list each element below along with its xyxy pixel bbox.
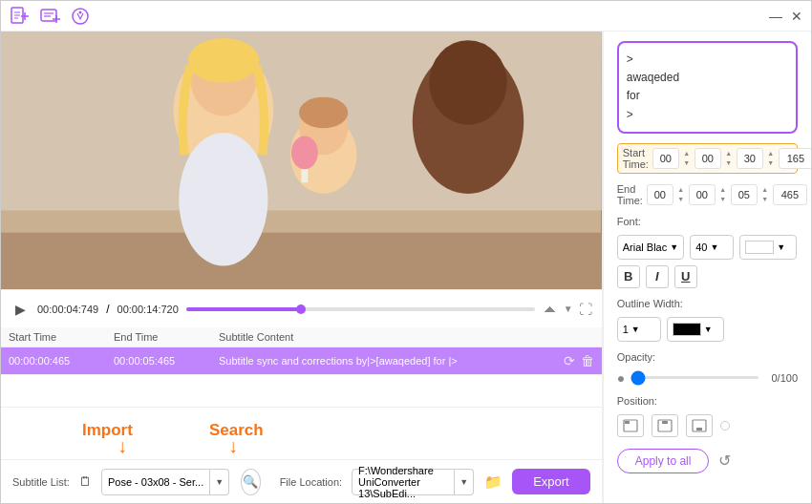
magic-icon[interactable]: [70, 6, 91, 27]
sync-icon[interactable]: ⟳: [564, 353, 575, 368]
font-color-select[interactable]: ▼: [739, 235, 797, 260]
start-time-m-spinner[interactable]: ▲▼: [723, 149, 735, 167]
pos-top-center-button[interactable]: [652, 414, 678, 437]
title-bar: — ✕: [1, 1, 811, 32]
spin-down[interactable]: ▼: [681, 158, 693, 167]
search-button[interactable]: 🔍: [241, 469, 261, 495]
pos-bottom-center-button[interactable]: [686, 414, 713, 437]
spin-up[interactable]: ▲: [765, 149, 777, 158]
subtitle-list-label: Subtitle List:: [12, 476, 70, 488]
spin-up[interactable]: ▲: [809, 185, 811, 194]
outline-value: 1: [623, 324, 629, 335]
export-button[interactable]: Export: [512, 469, 590, 494]
end-time-s[interactable]: [731, 184, 758, 205]
title-bar-left: [9, 6, 91, 27]
font-size-select[interactable]: 40 ▼: [690, 235, 734, 260]
outline-color-chevron-icon: ▼: [704, 325, 713, 334]
spin-up[interactable]: ▲: [723, 149, 735, 158]
end-time-label: End Time:: [617, 183, 643, 206]
refresh-button[interactable]: ↺: [718, 452, 731, 470]
end-time-h[interactable]: [647, 184, 673, 205]
waveform-arrow[interactable]: ▼: [564, 304, 573, 314]
subtitle-select[interactable]: Pose - 03x08 - Ser...: [101, 469, 210, 495]
bold-button[interactable]: B: [617, 265, 640, 288]
file-path-select[interactable]: F:\Wondershare UniConverter 13\SubEdi...: [352, 469, 455, 495]
start-time-m[interactable]: [694, 148, 721, 169]
subtitle-table-header: Start Time End Time Subtitle Content: [1, 327, 602, 347]
time-display: 00:00:04:749: [37, 304, 98, 315]
end-time-ms-spinner[interactable]: ▲▼: [809, 185, 811, 203]
play-button[interactable]: ▶: [11, 300, 30, 319]
spin-up[interactable]: ▲: [681, 149, 693, 158]
title-bar-controls: — ✕: [769, 10, 803, 23]
waveform-icon[interactable]: ⏶: [543, 301, 558, 318]
end-time-s-spinner[interactable]: ▲▼: [759, 185, 771, 203]
opacity-value-display: 0/100: [764, 372, 798, 384]
add-subtitle-icon[interactable]: [39, 6, 60, 27]
progress-thumb[interactable]: [296, 304, 306, 314]
position-row: [617, 414, 798, 437]
opacity-row: ● 0/100: [617, 370, 798, 386]
outline-color-select[interactable]: ▼: [667, 317, 724, 342]
add-file-icon[interactable]: [9, 6, 30, 27]
time-separator: /: [106, 303, 109, 316]
file-path-arrow[interactable]: ▼: [455, 469, 474, 495]
row-actions: ⟳ 🗑: [564, 353, 594, 368]
col-content: Subtitle Content: [219, 331, 594, 343]
font-chevron-icon: ▼: [670, 242, 678, 252]
font-size-chevron-icon: ▼: [710, 242, 718, 252]
file-path-value: F:\Wondershare UniConverter 13\SubEdi...: [358, 465, 448, 499]
svg-point-26: [291, 136, 318, 169]
spin-up[interactable]: ▲: [759, 185, 771, 194]
file-path-dropdown[interactable]: F:\Wondershare UniConverter 13\SubEdi...…: [352, 469, 474, 495]
pos-circle-button[interactable]: [720, 421, 730, 430]
spin-down[interactable]: ▼: [675, 195, 687, 203]
spin-down[interactable]: ▼: [759, 195, 771, 203]
spin-down[interactable]: ▼: [765, 158, 777, 167]
close-button[interactable]: ✕: [790, 10, 803, 23]
start-time-h[interactable]: [652, 148, 679, 169]
font-family-select[interactable]: Arial Blac ▼: [617, 235, 684, 260]
minimize-button[interactable]: —: [769, 10, 782, 23]
subtitle-dropdown[interactable]: Pose - 03x08 - Ser... ▼: [101, 469, 229, 495]
row-end-time: 00:00:05:465: [114, 355, 219, 367]
spin-down[interactable]: ▼: [723, 158, 735, 167]
editor-line-2: awaqeded: [627, 69, 788, 87]
end-time-h-spinner[interactable]: ▲▼: [675, 185, 687, 203]
spin-down[interactable]: ▼: [809, 195, 811, 203]
pos-top-left-icon: [623, 419, 638, 432]
pos-top-left-button[interactable]: [617, 414, 644, 437]
fullscreen-button[interactable]: ⛶: [579, 302, 592, 317]
start-time-h-spinner[interactable]: ▲▼: [681, 149, 693, 167]
bottom-section: Import Search ↓ ↓ Subtitle List: 🗒 Pose …: [1, 407, 602, 503]
video-area: [1, 32, 602, 289]
start-time-s[interactable]: [737, 148, 763, 169]
italic-button[interactable]: I: [646, 265, 669, 288]
underline-button[interactable]: U: [674, 265, 697, 288]
row-content: Subtitle sync and corrections by|>[awaqe…: [219, 355, 458, 367]
font-row: Arial Blac ▼ 40 ▼ ▼ B I U: [617, 235, 798, 288]
svg-point-22: [299, 97, 348, 129]
subtitle-dropdown-arrow[interactable]: ▼: [210, 469, 229, 495]
spin-down[interactable]: ▼: [717, 195, 729, 203]
bottom-bar: Subtitle List: 🗒 Pose - 03x08 - Ser... ▼…: [1, 459, 602, 503]
start-time-s-spinner[interactable]: ▲▼: [765, 149, 777, 167]
outline-value-select[interactable]: 1 ▼: [617, 317, 661, 342]
table-row[interactable]: 00:00:00:465 00:00:05:465 Subtitle sync …: [1, 347, 602, 375]
delete-icon[interactable]: 🗑: [581, 353, 594, 368]
start-time-ms[interactable]: [779, 148, 811, 169]
end-time-ms[interactable]: [773, 184, 807, 205]
svg-point-18: [188, 38, 260, 83]
col-end-time: End Time: [114, 331, 219, 343]
spin-up[interactable]: ▲: [675, 185, 687, 194]
color-chevron-icon: ▼: [777, 242, 785, 252]
end-time-m[interactable]: [689, 184, 716, 205]
end-time-m-spinner[interactable]: ▲▼: [717, 185, 729, 203]
opacity-slider[interactable]: [630, 376, 759, 379]
apply-to-all-button[interactable]: Apply to all: [617, 449, 710, 473]
folder-button[interactable]: 📁: [483, 469, 502, 495]
progress-bar[interactable]: [186, 307, 535, 311]
subtitle-editor[interactable]: > awaqeded for >: [617, 41, 798, 134]
svg-point-19: [179, 133, 267, 266]
spin-up[interactable]: ▲: [717, 185, 729, 194]
